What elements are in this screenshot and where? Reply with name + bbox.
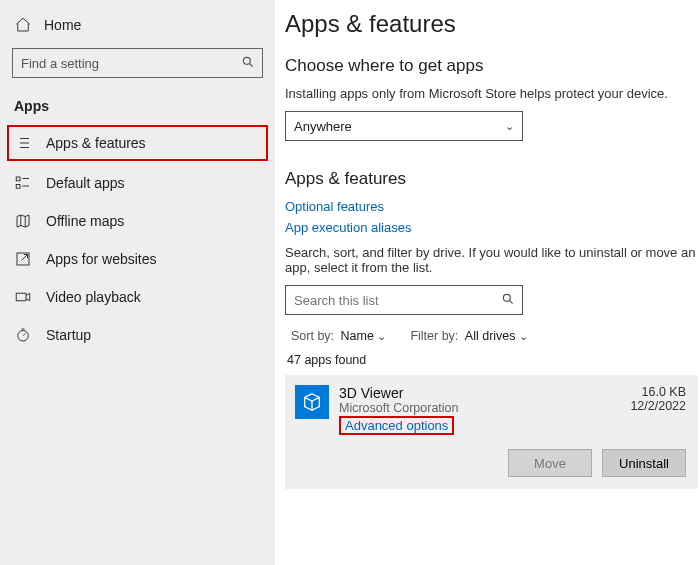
app-date: 12/2/2022	[630, 399, 686, 413]
app-source-value: Anywhere	[294, 119, 352, 134]
chevron-down-icon: ⌄	[519, 330, 528, 342]
svg-point-19	[503, 294, 510, 301]
sidebar-item-apps-for-websites[interactable]: Apps for websites	[0, 240, 275, 278]
main-content: Apps & features Choose where to get apps…	[275, 0, 700, 565]
app-list-item[interactable]: 3D Viewer Microsoft Corporation Advanced…	[285, 375, 698, 489]
chevron-down-icon: ⌄	[377, 330, 386, 342]
launch-icon	[14, 250, 32, 268]
svg-line-1	[250, 63, 253, 66]
choose-description: Installing apps only from Microsoft Stor…	[285, 86, 700, 101]
home-label: Home	[44, 17, 81, 33]
sidebar-item-default-apps[interactable]: Default apps	[0, 164, 275, 202]
sidebar-item-video-playback[interactable]: Video playback	[0, 278, 275, 316]
startup-icon	[14, 326, 32, 344]
page-title: Apps & features	[285, 10, 700, 38]
list-icon	[14, 134, 32, 152]
sidebar: Home Apps Apps & features Default apps O…	[0, 0, 275, 565]
video-icon	[14, 288, 32, 306]
search-description: Search, sort, and filter by drive. If yo…	[285, 245, 700, 275]
sidebar-item-label: Default apps	[46, 175, 125, 191]
choose-heading: Choose where to get apps	[285, 56, 700, 76]
optional-features-link[interactable]: Optional features	[285, 199, 700, 214]
sidebar-item-apps-features[interactable]: Apps & features	[6, 124, 269, 162]
search-icon	[494, 292, 522, 309]
sort-value: Name	[341, 329, 374, 343]
svg-rect-8	[16, 177, 20, 181]
sidebar-item-label: Video playback	[46, 289, 141, 305]
sidebar-item-label: Offline maps	[46, 213, 124, 229]
sort-label: Sort by:	[291, 329, 334, 343]
settings-search-input[interactable]	[13, 56, 234, 71]
home-link[interactable]: Home	[0, 10, 275, 44]
app-execution-aliases-link[interactable]: App execution aliases	[285, 220, 700, 235]
defaults-icon	[14, 174, 32, 192]
svg-line-20	[510, 300, 513, 303]
sidebar-section-title: Apps	[0, 98, 275, 122]
sort-by-dropdown[interactable]: Sort by: Name ⌄	[291, 329, 386, 343]
map-icon	[14, 212, 32, 230]
uninstall-button[interactable]: Uninstall	[602, 449, 686, 477]
app-list-search-input[interactable]	[286, 293, 494, 308]
svg-point-0	[243, 57, 250, 64]
apps-features-heading: Apps & features	[285, 169, 700, 189]
sidebar-item-offline-maps[interactable]: Offline maps	[0, 202, 275, 240]
chevron-down-icon: ⌄	[505, 120, 514, 133]
settings-search[interactable]	[12, 48, 263, 78]
app-list-search[interactable]	[285, 285, 523, 315]
filter-by-dropdown[interactable]: Filter by: All drives ⌄	[410, 329, 528, 343]
app-icon	[295, 385, 329, 419]
filter-label: Filter by:	[410, 329, 458, 343]
advanced-options-link[interactable]: Advanced options	[339, 416, 454, 435]
svg-rect-10	[16, 185, 20, 189]
home-icon	[14, 16, 32, 34]
sidebar-item-label: Apps for websites	[46, 251, 157, 267]
svg-rect-15	[16, 293, 26, 301]
svg-line-17	[23, 334, 25, 336]
app-size: 16.0 KB	[630, 385, 686, 399]
filter-value: All drives	[465, 329, 516, 343]
sidebar-item-label: Startup	[46, 327, 91, 343]
app-source-dropdown[interactable]: Anywhere ⌄	[285, 111, 523, 141]
move-button[interactable]: Move	[508, 449, 592, 477]
sidebar-item-startup[interactable]: Startup	[0, 316, 275, 354]
sidebar-item-label: Apps & features	[46, 135, 146, 151]
app-name: 3D Viewer	[339, 385, 620, 401]
app-publisher: Microsoft Corporation	[339, 401, 620, 415]
search-icon	[234, 55, 262, 72]
app-count: 47 apps found	[287, 353, 700, 367]
